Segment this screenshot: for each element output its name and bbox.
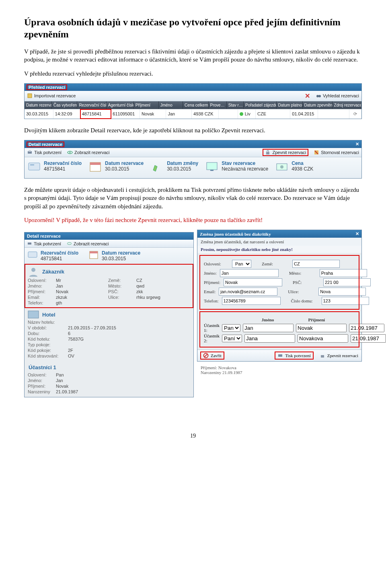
col-date[interactable]: Datum rezervace	[25, 101, 52, 109]
money-icon	[275, 160, 289, 174]
label: Město:	[108, 284, 136, 288]
firstname-input[interactable]	[243, 324, 294, 332]
confirm-button[interactable]: Zpevnit rezervaci	[320, 352, 358, 359]
col-confirmed[interactable]: Datum zpevněn…	[303, 101, 333, 109]
label: Příjmení:	[201, 365, 217, 370]
search-button[interactable]: Vyhledat rezervaci	[316, 93, 359, 99]
confirm-button[interactable]: Zpevnit rezervaci	[263, 149, 308, 156]
zip-input[interactable]	[323, 278, 371, 286]
toolbar: Importovat rezervace ✕ Vyhledat rezervac…	[25, 91, 361, 101]
label: Město:	[289, 271, 317, 275]
label: Země:	[108, 278, 136, 283]
print-button[interactable]: Tisk potvrzení	[27, 150, 62, 155]
forbidden-icon	[203, 353, 209, 358]
svg-rect-4	[29, 150, 31, 152]
value: zkzuk	[56, 295, 104, 300]
window-title: Detail rezervace	[27, 234, 61, 238]
label: Ulice:	[108, 295, 136, 300]
calendar-icon	[89, 250, 99, 261]
print-button[interactable]: Tisk potvrzení	[27, 241, 61, 246]
binoculars-icon	[316, 93, 321, 99]
label: Rezervační číslo	[41, 250, 78, 256]
svg-rect-11	[30, 164, 34, 165]
label: Datum změny	[167, 160, 198, 166]
value: Jan	[56, 378, 104, 383]
firstname-input[interactable]	[244, 334, 295, 343]
info-status: Stav rezervaceNezávazná rezervace	[205, 160, 268, 174]
ticket-icon	[28, 160, 41, 174]
participants-form: Jméno Příjmení Účastník 1: Pan ▦ Účastní…	[200, 312, 359, 347]
svg-point-6	[70, 152, 71, 153]
value: Novak	[56, 289, 104, 294]
col-prov[interactable]: Prove…	[209, 101, 227, 109]
svg-rect-18	[28, 243, 31, 245]
city-input[interactable]	[320, 269, 367, 277]
show-button[interactable]: Zobrazit rezervaci	[67, 241, 109, 246]
pencil-icon	[151, 160, 164, 174]
col-status[interactable]: Stav r…	[227, 101, 244, 109]
import-button[interactable]: Importovat rezervace	[27, 93, 76, 99]
show-label: Zobrazit rezervaci	[74, 241, 109, 246]
print-label: Tisk potvrzení	[285, 353, 310, 358]
paragraph: V přehledu rezervací vyhledejte příslušn…	[24, 70, 362, 78]
show-button[interactable]: Zobrazit rezervaci	[67, 150, 109, 155]
label: Oslovení:	[28, 278, 56, 283]
info-price: Cena4938 CZK	[275, 160, 313, 174]
col-source[interactable]: Zdroj rezervace	[333, 101, 361, 109]
col-surname: Příjmení	[308, 317, 355, 322]
value: 21.09.1987	[56, 389, 104, 394]
salutation-select[interactable]: Pan	[222, 324, 240, 332]
col-validity[interactable]: Datum platno…	[277, 101, 303, 109]
col-time[interactable]: Čas vytvoření	[52, 101, 77, 109]
value: rhku srgewg	[136, 295, 185, 300]
country-input[interactable]	[292, 260, 340, 268]
info-summary: Rezervační číslo48715841 Datum rezervace…	[25, 157, 361, 178]
value: Nezávazná rezervace	[222, 166, 268, 172]
close-icon[interactable]: ✕	[355, 142, 359, 147]
surname-input[interactable]	[296, 324, 347, 332]
cell: CZE	[256, 109, 290, 119]
info-reservation: Rezervační číslo48715841	[28, 160, 82, 174]
firstname-input[interactable]	[220, 269, 279, 277]
phone-input[interactable]	[222, 297, 281, 305]
close-icon[interactable]: ✕	[305, 92, 310, 100]
email-input[interactable]	[219, 288, 277, 296]
label: Kód hotelu:	[28, 337, 68, 341]
birthdate-input[interactable]	[351, 334, 386, 343]
print-button[interactable]: Tisk potvrzení	[275, 352, 313, 359]
houseno-input[interactable]	[322, 297, 369, 305]
label: Telefon:	[28, 300, 56, 305]
col-operator[interactable]: Pořadatel zájezdu	[244, 101, 277, 109]
label: Datum rezervace	[105, 160, 144, 166]
value: gth	[56, 300, 104, 305]
street-input[interactable]	[318, 288, 366, 296]
label: Jméno:	[204, 271, 217, 275]
col-surname[interactable]: Příjmení	[134, 101, 159, 109]
label: Dobu:	[28, 331, 68, 336]
lock-icon	[320, 353, 325, 358]
col-reservation[interactable]: Rezervační číslo	[77, 101, 106, 109]
label: Narozeniny	[201, 370, 221, 375]
col-price[interactable]: Cena celkem	[183, 101, 208, 109]
label: PSČ:	[108, 289, 136, 294]
birthdate-input[interactable]	[349, 324, 384, 332]
cancel-label: Stornovat rezervaci	[321, 150, 359, 155]
info-reservation: Rezervační číslo48715841	[28, 250, 78, 261]
surname-input[interactable]	[224, 278, 282, 286]
col-agency[interactable]: Agenturní číslo	[107, 101, 134, 109]
label: Typ pokoje:	[28, 342, 68, 347]
salutation-select[interactable]: Paní	[222, 335, 242, 342]
cancel-button[interactable]: Stornovat rezervaci	[314, 150, 359, 155]
table-row[interactable]: 30.03.2015 14:32:09 48715841 611095001 N…	[25, 109, 361, 119]
info-date-res: Datum rezervace30.03.2015	[89, 160, 144, 174]
close-icon[interactable]: ✕	[355, 231, 359, 236]
salutation-select[interactable]: Pan	[232, 260, 251, 268]
surname-input[interactable]	[298, 334, 348, 343]
svg-rect-24	[28, 311, 39, 318]
close-button[interactable]: Zavřít	[201, 352, 224, 359]
paragraph: Zde můžete upravit údaje o objednavateli…	[24, 186, 362, 210]
row-action-icon[interactable]: ⟳	[349, 109, 361, 119]
cell: Novak	[140, 109, 166, 119]
eye-icon	[67, 150, 73, 155]
col-firstname[interactable]: Jméno	[159, 101, 183, 109]
